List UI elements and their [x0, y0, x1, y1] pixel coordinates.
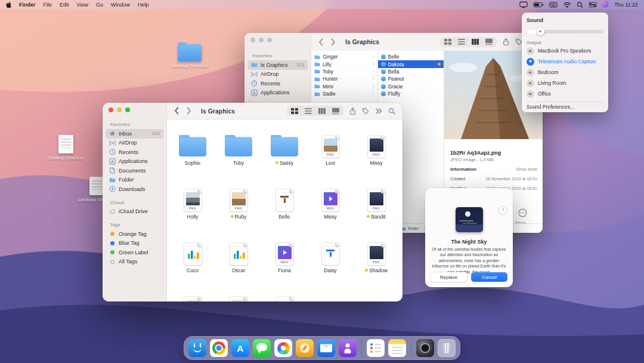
sidebar-item-applications[interactable]: Applications: [247, 88, 308, 98]
slider-knob[interactable]: [537, 27, 544, 35]
dock-item-podcasts[interactable]: [339, 339, 357, 357]
column-item[interactable]: Lilly›: [311, 60, 377, 67]
share-button[interactable]: [503, 38, 509, 45]
dock-item-lens-app[interactable]: [416, 339, 434, 357]
replace-button[interactable]: Replace: [431, 272, 467, 282]
file-item[interactable]: Coco: [172, 241, 213, 273]
column-item[interactable]: Ginger›: [311, 53, 377, 60]
dock-item-messages[interactable]: [253, 339, 271, 357]
column-view-button[interactable]: [471, 38, 479, 45]
list-view-button[interactable]: [457, 38, 466, 45]
keyboard-icon[interactable]: [549, 1, 558, 8]
file-item[interactable]: PNG Shadow: [355, 241, 397, 273]
partial-file-item[interactable]: [218, 295, 259, 302]
menu-go[interactable]: Go: [96, 2, 103, 8]
tag-button[interactable]: [362, 107, 369, 115]
output-device[interactable]: Living Room: [527, 78, 603, 88]
menu-view[interactable]: View: [77, 2, 88, 8]
output-device-selected[interactable]: ★ Telestream Audio Capture: [527, 56, 603, 67]
icon-view-button[interactable]: [444, 38, 452, 45]
desktop-shortcut-folder[interactable]: Desktop Shortcut: [171, 44, 209, 69]
column-view-button[interactable]: [318, 107, 326, 115]
file-item[interactable]: PNG Bandit: [355, 187, 397, 220]
show-more-link[interactable]: Show More: [516, 167, 537, 171]
file-item[interactable]: Toby: [218, 134, 259, 166]
back-toolbar[interactable]: Is Graphics: [311, 33, 543, 51]
volume-slider[interactable]: [527, 27, 603, 35]
dock-item-mail[interactable]: [317, 339, 335, 357]
sidebar-item-downloads[interactable]: Downloads: [106, 184, 163, 194]
file-item[interactable]: Daisy: [309, 241, 351, 273]
list-view-button[interactable]: [304, 107, 312, 115]
zoom-button[interactable]: [267, 38, 272, 42]
file-item[interactable]: Sassy: [264, 134, 305, 166]
dock-item-chrome[interactable]: [210, 339, 228, 357]
sidebar-item-orange-tag[interactable]: Orange Tag: [106, 229, 163, 239]
menu-edit[interactable]: Edit: [60, 2, 69, 8]
dock-item-finder[interactable]: [188, 339, 206, 357]
file-item[interactable]: MOV Fiona: [264, 241, 305, 273]
column-item[interactable]: Hunter›: [311, 75, 377, 82]
sidebar-item-icloud-drive[interactable]: iCloud Drive: [106, 207, 163, 217]
sidebar-item-blue-tag[interactable]: Blue Tag: [106, 239, 163, 248]
file-item[interactable]: PNG Ruby: [218, 187, 259, 220]
column-item[interactable]: Sadie›: [311, 90, 377, 97]
minimize-button[interactable]: [117, 107, 122, 112]
column-item-selected[interactable]: Dakota: [378, 60, 444, 67]
dock-item-trash[interactable]: [438, 339, 456, 357]
sidebar-item-recents[interactable]: Recents: [247, 79, 308, 88]
siri-icon[interactable]: [602, 1, 609, 8]
column-item[interactable]: Bella: [378, 68, 444, 75]
search-button[interactable]: [388, 107, 395, 115]
output-device[interactable]: Office: [527, 88, 603, 99]
wifi-icon[interactable]: [563, 1, 571, 8]
column-item[interactable]: Belle: [378, 53, 444, 60]
partial-file-item[interactable]: [172, 295, 213, 302]
cancel-button[interactable]: Cancel: [471, 272, 507, 282]
output-device[interactable]: MacBook Pro Speakers: [527, 45, 603, 56]
gallery-view-button[interactable]: [485, 38, 493, 45]
sidebar-item-airdrop[interactable]: AirDrop: [106, 139, 163, 148]
spotlight-search-icon[interactable]: [577, 1, 583, 8]
sidebar-item-documents[interactable]: Documents: [106, 166, 163, 176]
dock-item-photos[interactable]: [274, 339, 292, 357]
zoom-button[interactable]: [125, 107, 130, 112]
close-button[interactable]: [109, 107, 113, 112]
file-item[interactable]: MOV Missy: [309, 187, 351, 220]
sound-preferences-link[interactable]: Sound Preferences...: [527, 104, 603, 110]
column-item[interactable]: Mimi›: [311, 83, 377, 90]
minimize-button[interactable]: [259, 38, 264, 42]
dock-item-reminders[interactable]: [367, 339, 385, 357]
sidebar-item-airdrop[interactable]: AirDrop: [247, 70, 308, 79]
back-button[interactable]: [318, 38, 323, 46]
help-button[interactable]: ?: [499, 206, 507, 215]
sidebar-item-recents[interactable]: Recents: [106, 147, 163, 157]
file-item[interactable]: Belle: [264, 187, 305, 220]
more-toolbar-items-button[interactable]: [375, 107, 382, 115]
column-item[interactable]: Fluffy: [378, 90, 444, 97]
output-device[interactable]: Bedroom: [527, 67, 603, 78]
menu-window[interactable]: Window: [111, 2, 130, 8]
column-item[interactable]: Peanut: [378, 75, 444, 82]
sidebar-item-green-label[interactable]: Green Label: [106, 248, 163, 257]
sidebar-item-inbox[interactable]: Inbox 123: [106, 129, 163, 139]
menu-help[interactable]: Help: [138, 2, 149, 8]
front-toolbar[interactable]: Is Graphics: [167, 103, 402, 119]
dock-item-notes[interactable]: [388, 339, 406, 357]
share-button[interactable]: [349, 107, 356, 115]
file-item[interactable]: Oscar: [218, 241, 259, 273]
partial-file-item[interactable]: [264, 295, 305, 302]
file-item[interactable]: PNG Holly: [172, 187, 213, 220]
file-item[interactable]: PNG Missy: [355, 134, 397, 166]
back-button[interactable]: [174, 107, 179, 115]
apple-menu-icon[interactable]: [6, 1, 11, 8]
display-icon[interactable]: [519, 1, 528, 8]
column-item[interactable]: Toby›: [311, 68, 377, 75]
control-center-icon[interactable]: [589, 1, 597, 8]
sidebar-item-all-tags[interactable]: All Tags: [106, 257, 163, 267]
forward-button[interactable]: [187, 107, 191, 115]
column-item[interactable]: Gracie: [378, 83, 444, 90]
close-button[interactable]: [250, 38, 255, 42]
sidebar-item-is-graphics[interactable]: Is Graphics 123: [247, 60, 308, 70]
forward-button[interactable]: [331, 38, 336, 46]
